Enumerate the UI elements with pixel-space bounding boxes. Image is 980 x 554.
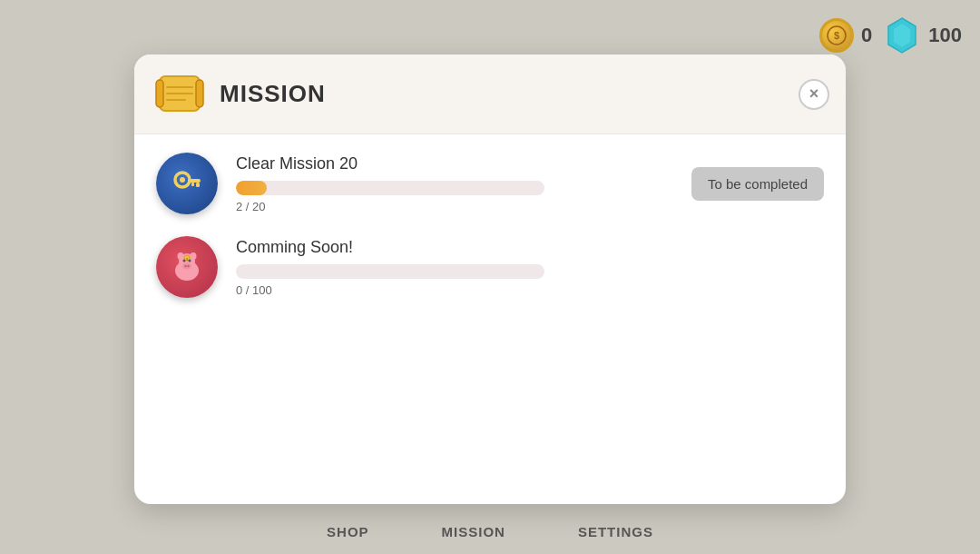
- mission-avatar-key: [156, 153, 218, 214]
- progress-bar-wrap-1: [236, 181, 544, 195]
- complete-button-1[interactable]: To be completed: [691, 167, 824, 201]
- svg-rect-5: [156, 80, 163, 107]
- svg-point-26: [189, 260, 191, 262]
- gem-currency: 100: [883, 16, 962, 54]
- mission-action-1: To be completed: [691, 167, 824, 201]
- gem-value: 100: [928, 24, 962, 47]
- mission-item-1: Clear Mission 20 2 / 20 To be completed: [156, 153, 824, 214]
- mission-name-1: Clear Mission 20: [236, 154, 673, 173]
- mission-modal: MISSION × Clear Mission 20 2 / 20: [134, 54, 846, 504]
- progress-bar-wrap-2: [236, 264, 544, 279]
- svg-rect-12: [188, 179, 201, 183]
- svg-text:$: $: [834, 30, 839, 41]
- coin-value: 0: [861, 24, 872, 47]
- progress-text-2: 0 / 100: [236, 283, 824, 297]
- svg-point-18: [184, 265, 186, 267]
- mission-content-1: Clear Mission 20 2 / 20: [236, 154, 673, 213]
- modal-header: MISSION ×: [134, 54, 846, 134]
- top-bar: $ 0 100: [819, 16, 962, 54]
- gem-icon: [883, 16, 921, 54]
- svg-point-21: [191, 252, 197, 260]
- progress-text-1: 2 / 20: [236, 200, 673, 213]
- coin-icon: $: [819, 18, 854, 53]
- progress-bar-fill-1: [236, 181, 267, 195]
- nav-item-mission[interactable]: MISSION: [442, 524, 505, 539]
- bottom-nav: SHOP MISSION SETTINGS: [0, 509, 980, 554]
- svg-rect-14: [191, 183, 194, 186]
- svg-point-25: [183, 260, 186, 262]
- svg-rect-13: [196, 183, 200, 187]
- svg-point-20: [178, 252, 184, 260]
- mission-item-2: $ Comming Soon! 0 / 100: [156, 236, 824, 298]
- mission-name-2: Comming Soon!: [236, 238, 824, 257]
- modal-title: MISSION: [220, 80, 326, 108]
- coin-currency: $ 0: [819, 18, 872, 53]
- svg-point-11: [180, 177, 185, 183]
- modal-close-button[interactable]: ×: [799, 79, 829, 110]
- mission-avatar-pig: $: [156, 236, 218, 298]
- svg-point-19: [187, 265, 189, 267]
- nav-item-settings[interactable]: SETTINGS: [578, 524, 653, 539]
- mission-content-2: Comming Soon! 0 / 100: [236, 238, 824, 297]
- modal-body: Clear Mission 20 2 / 20 To be completed: [134, 134, 846, 338]
- svg-rect-6: [196, 80, 203, 107]
- nav-item-shop[interactable]: SHOP: [327, 524, 369, 539]
- svg-point-17: [182, 263, 191, 270]
- scroll-icon: [152, 69, 207, 119]
